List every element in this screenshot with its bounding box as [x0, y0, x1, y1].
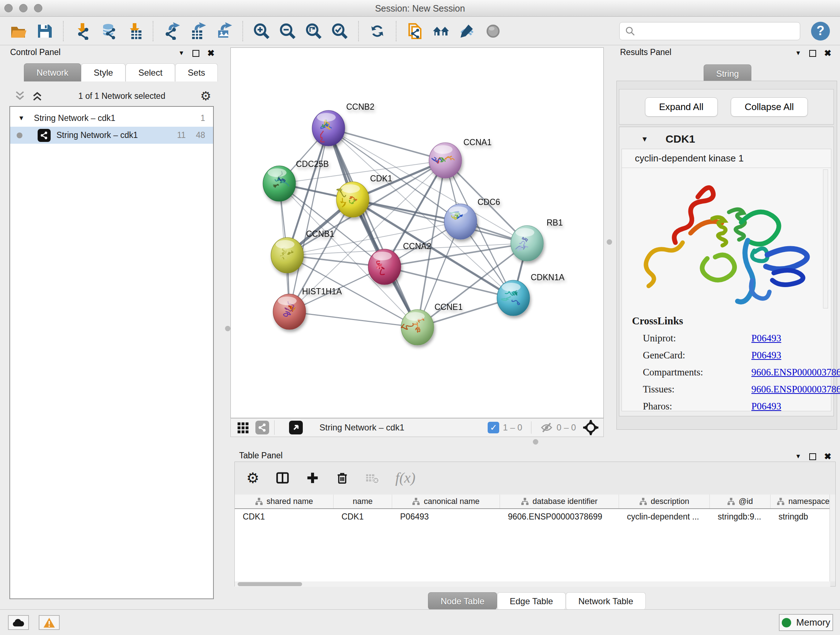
network-node-CCNB2[interactable]: CCNB2: [312, 102, 374, 146]
right-splitter[interactable]: [604, 45, 615, 437]
export-network-icon[interactable]: [163, 22, 181, 40]
network-edge[interactable]: [289, 312, 417, 327]
table-cell[interactable]: cyclin-dependent ...: [619, 509, 710, 524]
control-panel-close-icon[interactable]: ✖: [207, 48, 215, 58]
tab-network[interactable]: Network: [24, 63, 81, 81]
column-header-namespace[interactable]: namespace: [771, 494, 830, 508]
crosslink-link[interactable]: P06493: [752, 350, 782, 361]
table-cell[interactable]: 9606.ENSP00000378699: [500, 509, 619, 524]
import-network-icon[interactable]: [73, 22, 91, 40]
right-splitter-handle[interactable]: [607, 239, 612, 245]
table-horizontal-scrollbar[interactable]: [235, 581, 830, 587]
hide-panel-icon[interactable]: [458, 22, 476, 40]
table-vertical-scrollbar[interactable]: [829, 494, 835, 581]
control-panel-float-icon[interactable]: [193, 50, 199, 57]
network-edge[interactable]: [328, 128, 417, 327]
search-input[interactable]: [619, 22, 800, 40]
collapse-all-icon[interactable]: [14, 90, 26, 102]
table-cell[interactable]: CDK1: [235, 509, 333, 524]
birdseye-view-icon[interactable]: [289, 421, 303, 434]
results-panel-float-icon[interactable]: [809, 50, 816, 57]
column-header-@id[interactable]: @id: [710, 494, 771, 508]
table-cell[interactable]: stringdb: [771, 509, 830, 524]
table-cell[interactable]: stringdb:9...: [710, 509, 771, 524]
control-panel-menu-icon[interactable]: ▼: [178, 50, 185, 57]
crosslink-link[interactable]: 9606.ENSP00000378699: [752, 384, 840, 395]
tab-sets[interactable]: Sets: [175, 63, 218, 81]
network-node-CCNB1[interactable]: CCNB1: [271, 229, 334, 273]
results-panel-menu-icon[interactable]: ▼: [795, 50, 801, 57]
table-panel-float-icon[interactable]: [809, 453, 816, 460]
horizontal-splitter[interactable]: [231, 437, 840, 447]
entry-collapse-icon[interactable]: ▼: [641, 135, 648, 143]
column-header-name[interactable]: name: [333, 494, 392, 508]
zoom-selected-icon[interactable]: [331, 22, 349, 40]
cloud-status-button[interactable]: [8, 615, 29, 630]
warning-status-button[interactable]: [39, 615, 60, 630]
add-column-icon[interactable]: [306, 471, 319, 485]
expand-all-icon[interactable]: [31, 90, 43, 102]
tree-expander-icon[interactable]: ▼: [18, 114, 25, 122]
results-panel-close-icon[interactable]: ✖: [824, 48, 831, 58]
import-table-icon[interactable]: [125, 22, 143, 40]
delete-column-trash-icon[interactable]: [335, 471, 349, 485]
tab-node-table[interactable]: Node Table: [428, 592, 497, 610]
help-button[interactable]: ?: [811, 22, 830, 41]
tab-string[interactable]: String: [704, 65, 752, 82]
column-header-canonical-name[interactable]: canonical name: [392, 494, 500, 508]
tab-style[interactable]: Style: [81, 63, 126, 81]
zoom-in-icon[interactable]: [253, 22, 271, 40]
network-share-view-icon[interactable]: [256, 421, 269, 434]
network-edge[interactable]: [289, 128, 328, 312]
crosslink-link[interactable]: 9606.ENSP00000378699: [752, 367, 840, 378]
table-cell[interactable]: CDK1: [333, 509, 392, 524]
expand-all-button[interactable]: Expand All: [645, 97, 718, 117]
table-cell[interactable]: P06493: [392, 509, 500, 524]
crosslink-link[interactable]: P06493: [752, 333, 782, 344]
network-node-RB1[interactable]: RB1: [511, 218, 563, 261]
tab-network-table[interactable]: Network Table: [566, 592, 646, 610]
results-scrollbar[interactable]: [823, 169, 828, 309]
column-header-shared-name[interactable]: shared name: [235, 494, 333, 508]
column-header-description[interactable]: description: [619, 494, 710, 508]
collapse-all-button[interactable]: Collapse All: [731, 97, 808, 117]
grid-view-icon[interactable]: [236, 421, 249, 434]
left-splitter[interactable]: [225, 45, 231, 609]
column-header-database-identifier[interactable]: database identifier: [500, 494, 619, 508]
table-scrollbar-thumb[interactable]: [238, 582, 302, 586]
network-options-gear-icon[interactable]: ⚙: [201, 89, 211, 103]
network-edge[interactable]: [353, 200, 527, 243]
fit-content-crosshair-icon[interactable]: [583, 419, 599, 436]
network-canvas[interactable]: CCNB2 CCNA1 CDC25B CDK1 CDC6 RB1 CCNB1 C…: [231, 48, 604, 418]
open-session-icon[interactable]: [9, 22, 27, 40]
show-panel-icon[interactable]: [484, 22, 502, 40]
table-options-gear-icon[interactable]: ⚙: [246, 470, 259, 486]
node-table[interactable]: shared namenamecanonical namedatabase id…: [235, 494, 830, 581]
network-node-HIST1H1A[interactable]: HIST1H1A: [273, 287, 342, 329]
tab-edge-table[interactable]: Edge Table: [497, 592, 566, 610]
string-home-icon[interactable]: [432, 22, 450, 40]
copy-network-icon[interactable]: [406, 22, 424, 40]
zoom-out-icon[interactable]: [279, 22, 297, 40]
zoom-fit-icon[interactable]: [305, 22, 323, 40]
network-edge[interactable]: [385, 267, 513, 298]
refresh-layout-icon[interactable]: [368, 22, 386, 40]
horizontal-splitter-handle[interactable]: [533, 439, 538, 445]
selected-checkbox-icon[interactable]: ✓: [488, 422, 499, 433]
import-database-icon[interactable]: [99, 22, 117, 40]
table-panel-close-icon[interactable]: ✖: [824, 451, 831, 462]
hidden-eye-slash-icon[interactable]: [540, 421, 553, 434]
tab-select[interactable]: Select: [126, 63, 175, 81]
table-panel-menu-icon[interactable]: ▼: [795, 453, 801, 460]
network-node-CCNE1[interactable]: CCNE1: [401, 302, 463, 345]
network-collection-row[interactable]: ▼ String Network – cdk1 1: [10, 110, 213, 127]
show-columns-icon[interactable]: [275, 470, 290, 485]
export-image-icon[interactable]: [215, 22, 233, 40]
network-row-selected[interactable]: String Network – cdk1 11 48: [10, 127, 213, 144]
memory-button[interactable]: Memory: [779, 614, 833, 631]
network-node-CDKN1A[interactable]: CDKN1A: [497, 272, 565, 316]
network-node-CDC6[interactable]: CDC6: [444, 197, 500, 239]
left-splitter-handle[interactable]: [225, 326, 231, 331]
network-node-CDC25B[interactable]: CDC25B: [263, 159, 329, 201]
save-session-icon[interactable]: [35, 22, 54, 40]
